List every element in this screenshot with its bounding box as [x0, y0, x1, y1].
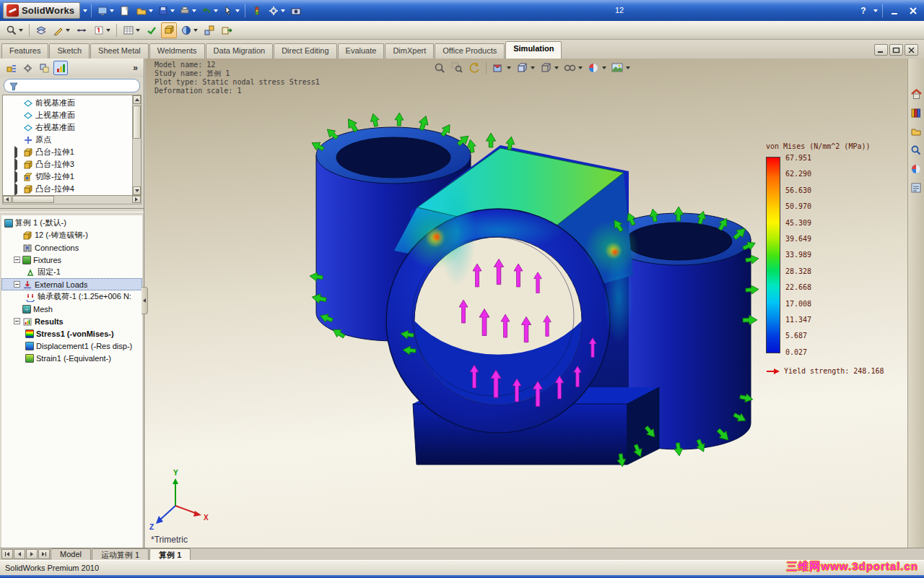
scroll-left-icon[interactable]: [3, 196, 12, 203]
study-bearing-load-item[interactable]: 轴承载荷-1 (:1.25e+006 N:: [1, 290, 142, 303]
rebuild-button[interactable]: [249, 3, 265, 19]
scroll-down-icon[interactable]: [133, 186, 141, 195]
save-button[interactable]: [156, 3, 176, 19]
tab-simulation[interactable]: Simulation: [505, 41, 562, 59]
expand-arrow-icon[interactable]: [14, 171, 17, 184]
feature-tree-item[interactable]: 凸台-拉伸1: [4, 146, 131, 158]
help-dropdown-icon[interactable]: [873, 9, 878, 12]
close-window-button[interactable]: [905, 3, 921, 19]
feature-tree-item[interactable]: 前视基准面: [4, 97, 131, 109]
feature-tree-item[interactable]: 原点: [4, 134, 131, 146]
scroll-up-icon[interactable]: [133, 95, 141, 104]
simulation-study-tab[interactable]: [53, 61, 68, 75]
next-tab-button[interactable]: [26, 549, 38, 559]
panel-overflow-button[interactable]: »: [131, 63, 140, 73]
appearances-icon[interactable]: [910, 163, 923, 176]
tab-sheet-metal[interactable]: Sheet Metal: [90, 43, 149, 59]
collapse-box-icon[interactable]: [14, 281, 20, 288]
doc-close-button[interactable]: [905, 44, 918, 56]
dimension-number-button[interactable]: [91, 22, 113, 38]
tab-direct-editing[interactable]: Direct Editing: [274, 43, 336, 59]
tab-weldments[interactable]: Weldments: [149, 43, 205, 59]
study-fixtures-item[interactable]: Fixtures: [1, 254, 142, 266]
tab-office-products[interactable]: Office Products: [435, 43, 505, 59]
table-button[interactable]: [121, 22, 142, 38]
section-tool-button[interactable]: [178, 22, 200, 38]
panel-splitter[interactable]: [0, 208, 144, 212]
tab-model[interactable]: Model: [51, 548, 91, 560]
feature-tree-item[interactable]: 上视基准面: [4, 109, 131, 121]
doc-minimize-button[interactable]: [874, 44, 888, 56]
collapse-box-icon[interactable]: [14, 318, 20, 324]
tab-features[interactable]: Features: [1, 43, 48, 59]
options-button[interactable]: [266, 3, 287, 19]
design-library-icon[interactable]: [910, 106, 923, 119]
prev-tab-button[interactable]: [14, 549, 25, 559]
datum-plane-icon: [23, 98, 33, 108]
minimize-window-button[interactable]: [887, 3, 903, 19]
doc-restore-button[interactable]: [889, 44, 903, 56]
solidworks-menu-button[interactable]: SolidWorks: [3, 2, 80, 19]
instant3d-button[interactable]: [201, 22, 217, 38]
last-tab-button[interactable]: [38, 549, 50, 559]
first-tab-button[interactable]: [1, 549, 13, 559]
tab-motion-study[interactable]: 运动算例 1: [92, 548, 149, 560]
tab-sketch[interactable]: Sketch: [49, 43, 90, 59]
feature-tree-vscrollbar[interactable]: [132, 95, 141, 195]
menu-expand-arrow-icon[interactable]: [83, 9, 87, 12]
study-displacement-plot-item[interactable]: Displacement1 (-Res disp-): [1, 340, 142, 352]
search-button[interactable]: [4, 22, 25, 38]
solidworks-resources-icon[interactable]: [910, 87, 923, 100]
layers-button[interactable]: [33, 22, 49, 38]
study-fixed-item[interactable]: 固定-1: [1, 266, 142, 278]
undo-button[interactable]: [199, 3, 219, 19]
select-arrow-button[interactable]: [221, 3, 241, 19]
smart-dimension-button[interactable]: [74, 22, 90, 38]
tree-filter-input[interactable]: [4, 79, 140, 92]
custom-properties-icon[interactable]: [910, 181, 923, 194]
configurationmanager-tab[interactable]: [37, 61, 51, 75]
feature-tree-hscrollbar[interactable]: [2, 196, 141, 204]
study-external-loads-item[interactable]: External Loads: [1, 278, 142, 290]
tab-simulation-study[interactable]: 算例 1: [149, 548, 191, 560]
open-document-button[interactable]: [134, 3, 154, 19]
feature-tree-item[interactable]: 凸台-拉伸3: [4, 158, 131, 171]
study-root-item[interactable]: 算例 1 (-默认-): [1, 217, 142, 229]
help-button[interactable]: ?: [857, 6, 870, 16]
scrollbar-thumb[interactable]: [12, 196, 54, 203]
scrollbar-thumb[interactable]: [133, 105, 141, 139]
tab-dimxpert[interactable]: DimXpert: [385, 43, 434, 59]
expand-arrow-icon[interactable]: [14, 183, 17, 196]
print-button[interactable]: [178, 3, 198, 19]
study-strain-plot-item[interactable]: Strain1 (-Equivalent-): [1, 352, 142, 364]
featuremanager-tree-tab[interactable]: [4, 61, 18, 75]
scroll-right-icon[interactable]: [132, 196, 141, 203]
expand-arrow-icon[interactable]: [14, 158, 17, 171]
feature-tree-item[interactable]: 右视基准面: [4, 121, 131, 134]
tab-evaluate[interactable]: Evaluate: [338, 43, 385, 59]
screen-capture-button[interactable]: [288, 3, 304, 19]
study-results-item[interactable]: Results: [1, 315, 142, 327]
study-stress-plot-item[interactable]: Stress1 (-vonMises-): [1, 327, 142, 340]
study-connections-item[interactable]: Connections: [1, 241, 142, 254]
export-button[interactable]: [219, 22, 235, 38]
panel-collapse-handle[interactable]: [141, 287, 148, 314]
tab-data-migration[interactable]: Data Migration: [206, 43, 274, 59]
solidworks-window: SolidWorks 12 ?: [0, 0, 924, 578]
feature-tree-item[interactable]: 凸台-拉伸4: [4, 183, 131, 195]
feature-tree-item[interactable]: 切除-拉伸1: [4, 171, 131, 183]
study-part-item[interactable]: 12 (-铸造碳钢-): [1, 229, 142, 241]
collapse-box-icon[interactable]: [14, 256, 20, 263]
new-document-button[interactable]: [117, 3, 133, 19]
file-explorer-icon[interactable]: [910, 125, 923, 138]
check-sketch-button[interactable]: [144, 22, 160, 38]
active-tool-button[interactable]: [161, 22, 177, 38]
expand-arrow-icon[interactable]: [14, 146, 17, 159]
legend-value: 45.309: [785, 219, 811, 227]
study-mesh-item[interactable]: Mesh: [1, 303, 142, 315]
propertymanager-tab[interactable]: [20, 61, 35, 75]
search-pane-icon[interactable]: [910, 144, 923, 157]
window-layout-button[interactable]: [95, 3, 116, 19]
sketch-button[interactable]: [51, 22, 72, 38]
graphics-area[interactable]: Model name: 12 Study name: 算例 1 Plot typ…: [145, 59, 907, 548]
